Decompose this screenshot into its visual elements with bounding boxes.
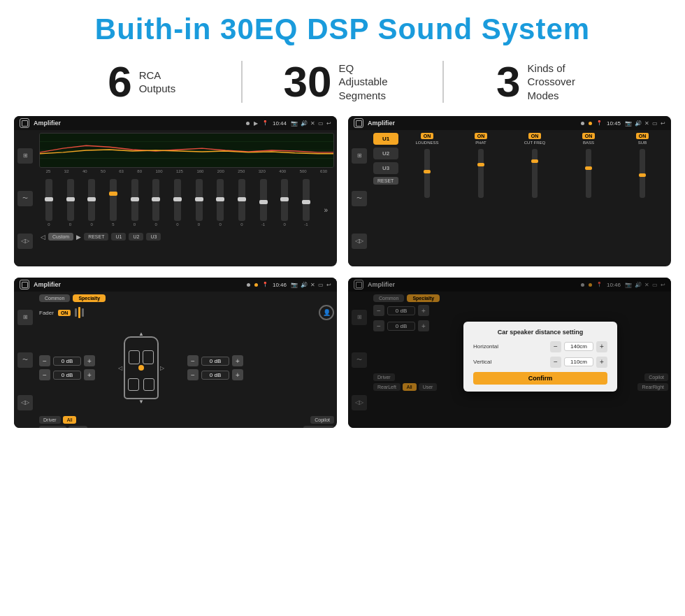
cross-phat: ON PHAT	[455, 133, 507, 264]
vertical-minus-btn[interactable]: −	[550, 357, 561, 368]
status-bar-fader: Amplifier 📍 10:46 📷 🔊 ✕ ▭ ↩	[14, 278, 337, 292]
eq-u3-btn[interactable]: U3	[146, 233, 161, 241]
phat-label: PHAT	[475, 141, 486, 145]
fader-all-btn[interactable]: All	[63, 416, 77, 424]
vertical-plus-btn[interactable]: +	[596, 357, 607, 368]
cross-back-icon: ↩	[661, 120, 665, 127]
horizontal-value: 140cm	[564, 342, 593, 351]
confirm-button[interactable]: Confirm	[473, 372, 607, 385]
cross-sub: ON SUB	[616, 133, 668, 264]
stat-eq-label: EQ AdjustableSegments	[338, 62, 401, 103]
stat-crossover-label: Kinds ofCrossover Modes	[528, 62, 591, 103]
fader-driver-btn[interactable]: Driver	[39, 416, 61, 424]
eq-eq-btn[interactable]: ⊞	[17, 148, 33, 164]
fader-zone-buttons-2: RearLeft User RearRight	[39, 426, 334, 428]
vol-rl-display: 0 dB	[53, 371, 81, 380]
cross-u2-btn[interactable]: U2	[373, 148, 398, 159]
eq-status-icons: 📷 🔊 ✕ ▭ ↩	[291, 120, 331, 127]
dialog-vertical-ctrl: − 110cm +	[550, 357, 607, 368]
bass-on-badge: ON	[582, 133, 596, 139]
cross-reset-btn[interactable]: RESET	[373, 177, 398, 185]
cross-eq-btn[interactable]: ⊞	[352, 148, 367, 164]
stat-eq-number: 30	[284, 60, 332, 103]
cross-content: ⊞ 〜 ◁▷ U1 U2 U3 RESET ON LOUDNESS	[348, 130, 671, 266]
vol-rr-minus[interactable]: −	[187, 369, 199, 380]
phat-slider[interactable]	[478, 149, 484, 198]
status-bar-cross: Amplifier 📍 10:45 📷 🔊 ✕ ▭ ↩	[348, 116, 671, 130]
vol-rr-plus[interactable]: +	[232, 369, 243, 380]
fader-vol-fl: − 0 dB +	[39, 355, 95, 366]
dialog-vertical-row: Vertical − 110cm +	[473, 357, 607, 368]
eq-wifi-icon: ✕	[310, 120, 315, 127]
fader-time: 10:46	[273, 282, 287, 288]
stat-rca-number: 6	[108, 60, 131, 103]
cross-wave-btn[interactable]: 〜	[352, 191, 367, 206]
eq-slider-3: 5	[110, 179, 117, 227]
fader-rearleft-btn[interactable]: RearLeft	[39, 426, 66, 428]
dialog-vertical-label: Vertical	[473, 359, 508, 365]
eq-vol-btn[interactable]: ◁▷	[17, 234, 33, 249]
eq-slider-8: 0	[217, 179, 224, 227]
vol-rl-minus[interactable]: −	[39, 369, 50, 380]
eq-custom-btn[interactable]: Custom	[48, 233, 73, 241]
cross-u1-btn[interactable]: U1	[373, 133, 398, 145]
cutfreq-label: CUT FREQ	[524, 141, 546, 145]
fader-vol-rl: − 0 dB +	[39, 369, 95, 380]
screen-fader: Amplifier 📍 10:46 📷 🔊 ✕ ▭ ↩ ⊞ 〜 ◁▷ Commo…	[14, 278, 337, 428]
dialog-horizontal-label: Horizontal	[473, 343, 508, 350]
fader-screen-title: Amplifier	[34, 281, 243, 288]
stat-crossover: 3 Kinds ofCrossover Modes	[444, 60, 643, 103]
vol-rl-plus[interactable]: +	[84, 369, 95, 380]
eq-time: 10:44	[273, 120, 287, 127]
eq-wave-btn[interactable]: 〜	[17, 191, 33, 206]
cross-u3-btn[interactable]: U3	[373, 162, 398, 174]
cross-title: Amplifier	[368, 120, 577, 127]
cross-vol-btn[interactable]: ◁▷	[352, 234, 367, 249]
cutfreq-slider[interactable]	[532, 149, 538, 198]
fader-label: Fader	[39, 310, 54, 316]
loudness-slider[interactable]	[424, 149, 430, 198]
fader-content: ⊞ 〜 ◁▷ Common Specialty Fader ON	[14, 292, 337, 428]
fader-speaker-btn[interactable]: ◁▷	[17, 395, 33, 410]
sub-slider[interactable]	[640, 149, 645, 198]
cross-controls-grid: ON LOUDNESS ON PHAT	[401, 133, 668, 264]
cross-camera-icon: 📷	[625, 120, 632, 127]
vol-rr-display: 0 dB	[201, 371, 229, 380]
fader-specialty-tab[interactable]: Specialty	[73, 294, 106, 302]
fader-wave-btn[interactable]: 〜	[17, 352, 33, 368]
eq-slider-10: -1	[260, 179, 267, 227]
cross-status-icons: 📷 🔊 ✕ ▭ ↩	[625, 120, 665, 127]
fader-common-tab[interactable]: Common	[39, 294, 70, 302]
eq-slider-12: -1	[303, 179, 310, 227]
fader-user-btn[interactable]: User	[68, 426, 87, 428]
eq-main-area: 253240 506380 100125160 200250320 400500…	[36, 130, 337, 266]
horizontal-plus-btn[interactable]: +	[596, 341, 607, 352]
fader-rearright-btn[interactable]: RearRight	[303, 426, 334, 428]
home-icon-fader	[20, 280, 29, 289]
stat-rca-label: RCAOutputs	[139, 69, 176, 96]
vol-fl-minus[interactable]: −	[39, 355, 50, 366]
screen-crossover: Amplifier 📍 10:45 📷 🔊 ✕ ▭ ↩ ⊞ 〜 ◁▷ U1	[348, 116, 671, 266]
eq-slider-5: 0	[152, 179, 159, 227]
eq-camera-icon: 📷	[291, 120, 298, 127]
eq-reset-btn[interactable]: RESET	[84, 233, 108, 241]
cross-loudness: ON LOUDNESS	[401, 133, 453, 264]
eq-dot1	[246, 122, 250, 125]
fader-rect-icon: ▭	[318, 282, 324, 288]
eq-left-sidebar: ⊞ 〜 ◁▷	[14, 130, 36, 266]
vol-fr-minus[interactable]: −	[187, 355, 199, 366]
eq-u1-btn[interactable]: U1	[111, 233, 126, 241]
fader-copilot-btn[interactable]: Copilot	[310, 416, 334, 424]
vol-fl-plus[interactable]: +	[84, 355, 95, 366]
fader-location-icon: 📍	[262, 282, 268, 287]
eq-u2-btn[interactable]: U2	[129, 233, 143, 241]
vol-fr-plus[interactable]: +	[232, 355, 243, 366]
home-icon	[20, 118, 29, 128]
bass-slider[interactable]	[586, 149, 591, 198]
cross-cutfreq: ON CUT FREQ	[509, 133, 561, 264]
eq-screen-title: Amplifier	[34, 120, 242, 127]
cross-dot2	[589, 122, 592, 125]
cross-channels: U1 U2 U3 RESET	[373, 133, 398, 264]
horizontal-minus-btn[interactable]: −	[550, 341, 561, 352]
fader-eq-btn[interactable]: ⊞	[17, 310, 33, 325]
